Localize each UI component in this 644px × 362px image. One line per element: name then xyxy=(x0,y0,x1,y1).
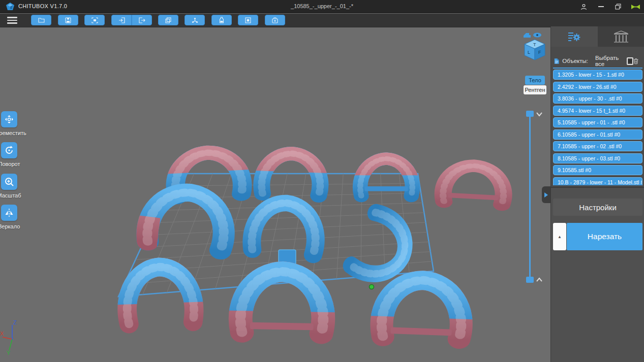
document-icon xyxy=(554,57,559,65)
svg-text:L: L xyxy=(528,50,530,55)
move-icon xyxy=(4,114,14,124)
object-list: 1.3205 - lower - 15 - 1.stl #0 2.4292 - … xyxy=(553,70,642,185)
add-support-button[interactable] xyxy=(185,15,205,25)
slice-options-button[interactable]: ▲ xyxy=(553,223,566,250)
object-list-item[interactable]: 9.10585.stl #0 xyxy=(553,165,642,175)
close-icon[interactable] xyxy=(627,0,644,13)
clip-slider-bottom-handle[interactable] xyxy=(526,277,534,283)
object-list-item[interactable]: 1.3205 - lower - 15 - 1.stl #0 xyxy=(553,70,642,80)
axis-x-label: X xyxy=(0,331,4,337)
export-model-button[interactable] xyxy=(132,15,152,25)
orientation-cube[interactable]: T L F xyxy=(525,40,545,60)
rotate-icon xyxy=(4,145,14,155)
axis-y-label: Y xyxy=(7,350,11,355)
svg-text:F: F xyxy=(538,50,541,55)
import-model-button[interactable] xyxy=(111,15,132,25)
window-controls xyxy=(575,0,644,13)
svg-text:T: T xyxy=(533,42,536,47)
model-arch-front-2[interactable] xyxy=(240,271,324,334)
menu-icon[interactable] xyxy=(7,17,17,24)
object-list-item[interactable]: 5.10585 - upper - 01 - .stl #0 xyxy=(553,117,642,127)
object-list-item[interactable]: 4.9574 - lower - 15 t_1.stl #0 xyxy=(553,106,642,116)
resin-settings-button[interactable] xyxy=(211,15,232,25)
restore-icon[interactable] xyxy=(609,0,627,13)
object-list-item[interactable]: 8.10585 - upper - 03.stl #0 xyxy=(553,153,642,163)
object-list-item[interactable]: 7.10585 - upper - 02 .stl #0 xyxy=(553,141,642,151)
auto-layout-button[interactable] xyxy=(84,15,105,25)
document-title: _10585_-_upper_-_01_-* xyxy=(0,3,644,9)
rotate-tool-label: Поворот xyxy=(0,161,20,167)
titlebar: CHITUBOX V1.7.0 _10585_-_upper_-_01_-* xyxy=(0,0,644,13)
chitubox-window: CHITUBOX V1.7.0 _10585_-_upper_-_01_-* xyxy=(0,0,644,362)
model-arch-back-4[interactable] xyxy=(443,164,505,205)
eye-icon[interactable] xyxy=(533,33,541,38)
object-list-item[interactable]: 2.4292 - lower - 26.stl #0 xyxy=(553,82,642,92)
object-settings-icon xyxy=(568,31,581,42)
view-mode-xray-button[interactable]: Рентген xyxy=(524,85,546,94)
play-right-icon xyxy=(544,192,548,198)
right-panel-tabs xyxy=(551,26,644,47)
objects-header: Объекты: Выбрать все xyxy=(554,55,642,67)
model-arch-front-1[interactable] xyxy=(126,266,194,324)
trash-icon[interactable] xyxy=(633,57,638,65)
mirror-tool-button[interactable] xyxy=(1,205,17,221)
object-list-item[interactable]: 6.10585 - upper - 01.stl #0 xyxy=(553,129,642,140)
user-icon[interactable] xyxy=(575,0,592,13)
settings-button[interactable]: Настройки xyxy=(553,199,642,216)
build-scene xyxy=(0,27,550,362)
scale-tool-label: Масштаб xyxy=(0,192,21,199)
clip-slider-track[interactable] xyxy=(529,116,531,280)
tab-support[interactable] xyxy=(598,26,644,47)
slice-button[interactable]: Нарезать xyxy=(567,223,642,250)
chevron-up-icon[interactable] xyxy=(536,277,543,283)
chevron-down-icon[interactable] xyxy=(536,111,543,117)
scale-tool-button[interactable] xyxy=(1,174,17,190)
support-icon xyxy=(614,30,629,43)
tab-object-settings[interactable] xyxy=(551,26,598,47)
move-tool-label: Переместить xyxy=(0,130,26,136)
mirror-tool-label: Зеркало xyxy=(0,223,20,229)
open-file-button[interactable] xyxy=(31,15,51,25)
model-arch-front-3[interactable] xyxy=(381,279,463,339)
select-all-checkbox[interactable] xyxy=(627,57,633,65)
objects-label: Объекты: xyxy=(562,58,588,64)
objects-divider xyxy=(553,68,642,69)
view-cube[interactable]: T L F xyxy=(520,30,549,61)
object-list-item[interactable]: 10.B - 2879 - lower - 11 - Model.stl #0 xyxy=(553,177,642,186)
actions-zone: Настройки ▲ Нарезать xyxy=(551,187,644,362)
toolbar xyxy=(0,14,644,27)
save-button[interactable] xyxy=(58,15,78,25)
home-icon[interactable] xyxy=(524,33,531,38)
rotate-tool-button[interactable] xyxy=(1,142,17,158)
move-tool-button[interactable] xyxy=(1,111,17,127)
axis-z-label: Z xyxy=(13,319,17,325)
right-panel: Объекты: Выбрать все 1.3205 - lower - 15… xyxy=(550,26,644,362)
hollow-button[interactable] xyxy=(238,15,258,25)
dig-hole-button[interactable] xyxy=(265,15,285,25)
view-mode-body-button[interactable]: Тело xyxy=(525,76,545,85)
clone-model-button[interactable] xyxy=(158,15,178,25)
mirror-icon xyxy=(4,208,14,218)
scale-icon xyxy=(4,177,14,187)
panel-expand-handle[interactable] xyxy=(542,186,550,203)
object-list-item[interactable]: 3.8036 - upper - 30 - .stl #0 xyxy=(553,93,642,104)
axis-indicator: Z X Y xyxy=(0,319,30,355)
minimize-icon[interactable] xyxy=(592,0,609,13)
clip-slider-top-handle[interactable] xyxy=(526,111,534,117)
viewport-3d[interactable]: Z X Y xyxy=(0,27,550,362)
select-all-label: Выбрать все xyxy=(595,55,623,67)
green-marker-dot xyxy=(370,285,374,289)
